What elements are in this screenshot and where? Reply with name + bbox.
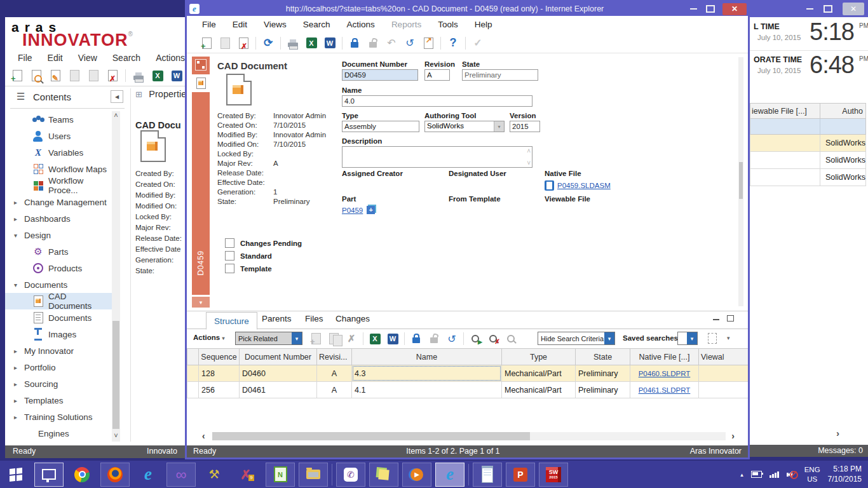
scrollbar-thumb[interactable] — [212, 432, 530, 440]
form-strip-footer[interactable]: ▾ — [192, 297, 210, 308]
sidebar-item-products[interactable]: Products — [5, 260, 112, 276]
table-row[interactable]: 256 D0461 A 4.1 Mechanical/Part Prelimin… — [187, 382, 749, 398]
network-signal-icon[interactable] — [770, 471, 779, 478]
delete-item-icon[interactable]: ✗ — [104, 68, 121, 83]
background-scroll-right-icon[interactable]: › — [836, 428, 839, 438]
scroll-up-icon[interactable]: ˄ — [112, 111, 120, 121]
pick-related-dropdown[interactable]: Pick Related ▾ — [235, 332, 302, 345]
sidebar-item-sourcing[interactable]: ▸Sourcing — [5, 376, 112, 392]
tab-structure[interactable]: Structure — [206, 312, 257, 330]
popup-close-icon[interactable]: ✕ — [722, 3, 747, 15]
start-button[interactable] — [1, 463, 31, 487]
select-columns-icon[interactable] — [708, 333, 717, 344]
col-authoring[interactable]: Autho — [820, 103, 866, 119]
export-word-icon[interactable]: W — [322, 36, 338, 51]
menu-views[interactable]: Views — [264, 20, 287, 29]
taskbar-firefox[interactable] — [100, 463, 130, 487]
col-type[interactable]: Type — [502, 349, 576, 365]
popup-minimize-icon[interactable] — [690, 8, 697, 10]
tab-files[interactable]: Files — [305, 314, 323, 323]
scroll-right-icon[interactable]: › — [726, 431, 735, 441]
sidebar-item-teams[interactable]: Teams — [5, 111, 112, 128]
col-viewable[interactable]: Viewal — [699, 349, 749, 365]
taskbar-notepad-plus[interactable]: N — [266, 463, 295, 487]
sidebar-item-templates[interactable]: ▸Templates — [5, 392, 112, 409]
tray-clock[interactable]: 5:18 PM 7/10/2015 — [828, 464, 862, 484]
menu-file[interactable]: File — [18, 53, 32, 65]
actions-dropdown[interactable]: Actions ▾ — [193, 334, 224, 341]
lock-icon[interactable] — [346, 36, 363, 51]
expand-form-icon[interactable] — [195, 59, 207, 71]
scrollbar-thumb[interactable] — [739, 162, 743, 199]
document-number-field[interactable] — [342, 69, 418, 81]
cell-name[interactable]: 4.3 — [352, 365, 502, 382]
menu-edit[interactable]: Edit — [233, 20, 247, 29]
sidebar-item-portfolio[interactable]: ▸Portfolio — [5, 359, 112, 376]
scrollbar-thumb[interactable] — [112, 321, 119, 429]
language-indicator[interactable]: ENG US — [804, 465, 820, 484]
sidebar-item-training-solutions[interactable]: ▸Training Solutions — [5, 409, 112, 425]
clear-search-icon[interactable]: ✗ — [485, 331, 501, 346]
menu-search[interactable]: Search — [303, 20, 330, 29]
description-textarea[interactable]: ˄ ˅ — [342, 146, 532, 168]
minimize-icon[interactable] — [806, 8, 813, 10]
promote-icon[interactable]: ↗ — [420, 36, 437, 51]
type-field[interactable] — [342, 121, 419, 132]
taskbar-file-explorer[interactable] — [299, 463, 328, 487]
table-row[interactable]: 128 D0460 A 4.3 Mechanical/Part Prelimin… — [187, 365, 749, 382]
col-revision[interactable]: Revisi... — [317, 349, 352, 365]
pane-minimize-icon[interactable] — [713, 319, 719, 320]
spinner-up-icon[interactable]: ˄ — [527, 147, 531, 154]
bg-row-2[interactable]: SolidWorks — [750, 152, 866, 169]
sidebar-item-engines[interactable]: Engines — [5, 425, 112, 442]
row-selector[interactable] — [187, 382, 199, 398]
taskbar-sticky-notes[interactable] — [369, 463, 398, 487]
taskbar-powerpoint[interactable]: P — [506, 463, 535, 487]
part-link[interactable]: P0459 — [342, 207, 363, 214]
taskbar-media-player[interactable]: ▶ — [402, 463, 431, 487]
scroll-down-icon[interactable]: ˅ — [112, 431, 120, 442]
cell-name[interactable]: 4.1 — [352, 382, 502, 398]
print-icon[interactable] — [130, 68, 147, 83]
search-items-icon[interactable] — [28, 68, 44, 83]
taskbar-notepad[interactable] — [473, 463, 502, 487]
col-name[interactable]: Name — [352, 349, 502, 365]
menu-actions[interactable]: Actions — [347, 20, 375, 29]
new-document-icon[interactable]: + — [198, 36, 215, 51]
col-state[interactable]: State — [576, 349, 630, 365]
spinner-down-icon[interactable]: ˅ — [527, 159, 531, 166]
search-criteria-row[interactable] — [750, 119, 866, 135]
checkbox-template[interactable]: Template — [225, 264, 272, 273]
state-field[interactable] — [462, 69, 538, 81]
bg-row-1[interactable]: SolidWorks — [750, 135, 866, 152]
taskbar-solidworks[interactable]: SW 2015 — [539, 463, 568, 487]
sidebar-item-design[interactable]: ▾Design — [5, 227, 112, 243]
col-sequence[interactable]: Sequence — [199, 349, 240, 365]
taskbar-visual-cpp[interactable]: ✗ 9 — [233, 463, 262, 487]
menu-help[interactable]: Help — [475, 20, 492, 29]
versions-icon[interactable]: ↺ — [444, 331, 460, 346]
part-lookup-icon[interactable]: + — [367, 206, 375, 214]
taskbar-admin-tools[interactable]: ⚒ — [200, 463, 229, 487]
sidebar-item-variables[interactable]: XVariables — [5, 144, 112, 161]
sidebar-item-cad-documents[interactable]: CAD Documents — [5, 293, 112, 309]
sidebar-item-users[interactable]: Users — [5, 128, 112, 144]
checkbox[interactable] — [225, 251, 234, 261]
taskbar-visual-studio[interactable]: ∞ — [166, 463, 196, 487]
menu-file[interactable]: File — [202, 20, 216, 29]
taskbar-ie-active[interactable]: e — [435, 463, 465, 487]
taskbar-ie[interactable]: e — [133, 463, 163, 487]
popup-titlebar[interactable]: e http://localhost/?state=tabs%20on - CA… — [187, 2, 748, 16]
form-tab-cad-document[interactable] — [192, 74, 210, 92]
taskbar-viber[interactable]: ✆ — [336, 463, 365, 487]
maximize-icon[interactable] — [824, 5, 832, 13]
burger-icon[interactable]: ☰ — [17, 91, 25, 102]
popup-maximize-icon[interactable] — [706, 5, 715, 13]
contents-scrollbar[interactable]: ˄ ˅ — [112, 111, 120, 442]
checkbox[interactable] — [225, 264, 234, 273]
battery-icon[interactable] — [751, 471, 762, 478]
version-field[interactable] — [510, 121, 540, 132]
menu-search[interactable]: Search — [112, 53, 140, 65]
saved-searches-dropdown[interactable]: ▾ — [677, 332, 698, 345]
checkbox-changes-pending[interactable]: Changes Pending — [225, 238, 302, 248]
